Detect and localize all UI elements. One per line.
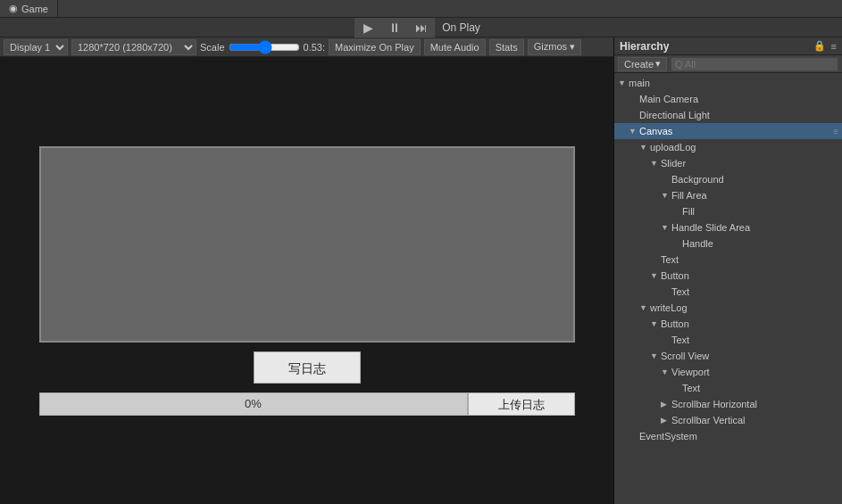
game-screen: [39, 146, 575, 343]
tree-item-label: Canvas: [639, 126, 833, 136]
write-log-button[interactable]: 写日志: [254, 351, 361, 384]
tree-item[interactable]: ▼Canvas≡: [614, 123, 842, 139]
tree-arrow-icon: ▼: [629, 127, 639, 136]
tree-item[interactable]: ▼Scroll View: [614, 348, 842, 364]
tree-item[interactable]: Directional Light: [614, 107, 842, 123]
tree-item[interactable]: Text: [614, 284, 842, 300]
hierarchy-tree: ▼main Main Camera Directional Light▼Canv…: [614, 73, 842, 504]
resolution-select[interactable]: 1280*720 (1280x720): [71, 39, 196, 55]
tree-item[interactable]: Text: [614, 332, 842, 348]
progress-bar: 0%: [39, 392, 468, 416]
tree-item[interactable]: ▼uploadLog: [614, 139, 842, 155]
tree-item-label: Text: [671, 335, 842, 345]
hierarchy-search-input[interactable]: [671, 57, 838, 71]
tree-item-label: Scrollbar Horizontal: [671, 399, 842, 409]
tree-item-label: Text: [661, 254, 842, 265]
tree-item[interactable]: Handle: [614, 235, 842, 252]
tree-item-label: Fill Area: [671, 190, 842, 201]
scale-value: 0.53:: [304, 42, 325, 53]
tree-item[interactable]: Background: [614, 171, 842, 187]
gizmos-arrow-icon: ▾: [570, 41, 575, 52]
tree-item-label: Scrollbar Vertical: [671, 415, 842, 426]
tree-item-label: Text: [682, 383, 842, 393]
game-tab[interactable]: ◉ Game: [0, 0, 58, 17]
create-label: Create: [624, 59, 654, 70]
tree-item-label: Text: [671, 286, 842, 297]
upload-log-button[interactable]: 上传日志: [468, 392, 575, 416]
tree-arrow-icon: ▼: [618, 78, 629, 87]
tree-item-label: EventSystem: [639, 431, 842, 442]
display-select[interactable]: Display 1: [4, 39, 68, 55]
tree-item[interactable]: ▼main: [614, 75, 842, 91]
tree-arrow-icon: ▶: [661, 400, 671, 409]
tree-item[interactable]: ▼Button: [614, 268, 842, 284]
tree-item-label: Fill: [682, 206, 842, 217]
tree-item-more-icon[interactable]: ≡: [833, 127, 838, 136]
hierarchy-panel-header: Hierarchy 🔒 ≡: [614, 37, 842, 55]
step-button[interactable]: ⏭: [408, 18, 435, 37]
tree-item-label: Scroll View: [661, 351, 842, 361]
tree-item[interactable]: ▼Viewport: [614, 364, 842, 380]
stats-button[interactable]: Stats: [489, 39, 524, 55]
tree-arrow-icon: ▼: [639, 303, 650, 312]
tree-item-label: Background: [671, 174, 842, 185]
tree-arrow-icon: ▼: [650, 159, 661, 168]
tree-arrow-icon: ▶: [661, 416, 671, 425]
scale-label: Scale: [200, 42, 225, 53]
hierarchy-title: Hierarchy: [620, 40, 669, 53]
tree-item-label: main: [629, 78, 842, 88]
tree-arrow-icon: ▼: [650, 351, 661, 360]
tree-item[interactable]: EventSystem: [614, 428, 842, 444]
tab-bar: ◉ Game: [0, 0, 842, 18]
tree-item[interactable]: Fill: [614, 203, 842, 219]
hierarchy-toolbar: Create ▾: [614, 55, 842, 73]
tree-arrow-icon: ▼: [650, 319, 661, 328]
on-play-label: On Play: [442, 21, 480, 34]
hierarchy-panel: Hierarchy 🔒 ≡ Create ▾ ▼main Main Camera…: [614, 37, 842, 504]
tree-item-label: Slider: [661, 158, 842, 169]
tree-item-label: Viewport: [671, 367, 842, 377]
mute-audio-button[interactable]: Mute Audio: [424, 39, 486, 55]
unity-top-bar: ▶ ⏸ ⏭ On Play: [0, 18, 842, 37]
tree-arrow-icon: ▼: [639, 143, 650, 152]
create-button[interactable]: Create ▾: [618, 57, 667, 71]
game-viewport: 写日志 0% 上传日志: [0, 57, 613, 504]
maximize-on-play-button[interactable]: Maximize On Play: [329, 39, 421, 55]
write-btn-row: 写日志: [39, 351, 575, 384]
pause-button[interactable]: ⏸: [381, 18, 408, 37]
game-panel: Display 1 1280*720 (1280x720) Scale 0.53…: [0, 37, 614, 504]
tree-item[interactable]: ▼Button: [614, 316, 842, 332]
tree-arrow-icon: ▼: [650, 271, 661, 280]
progress-label: 0%: [40, 397, 467, 410]
tree-item-label: Handle: [682, 238, 842, 249]
play-button[interactable]: ▶: [354, 18, 381, 37]
lock-icon[interactable]: 🔒: [813, 40, 826, 52]
tree-item-label: Main Camera: [639, 94, 842, 104]
tree-arrow-icon: ▼: [661, 368, 671, 376]
tree-item-label: uploadLog: [650, 142, 842, 153]
game-toolbar: Display 1 1280*720 (1280x720) Scale 0.53…: [0, 37, 613, 57]
gizmos-button[interactable]: Gizmos ▾: [528, 39, 581, 55]
progress-row: 0% 上传日志: [39, 392, 575, 416]
tree-item[interactable]: ▼Handle Slide Area: [614, 219, 842, 235]
tree-item-label: Directional Light: [639, 110, 842, 120]
tree-item[interactable]: Main Camera: [614, 91, 842, 107]
tree-item[interactable]: ▼Fill Area: [614, 187, 842, 203]
tree-item[interactable]: ▼Slider: [614, 155, 842, 171]
scale-slider[interactable]: [229, 40, 300, 54]
game-icon: ◉: [9, 3, 18, 14]
tree-item-label: Button: [661, 318, 842, 329]
tree-item-label: Button: [661, 270, 842, 281]
tree-arrow-icon: ▼: [661, 191, 671, 200]
tree-arrow-icon: ▼: [661, 223, 671, 232]
tree-item[interactable]: ▶Scrollbar Horizontal: [614, 396, 842, 412]
tree-item[interactable]: ▼writeLog: [614, 300, 842, 316]
tree-item[interactable]: Text: [614, 252, 842, 268]
tree-item[interactable]: Text: [614, 380, 842, 396]
tree-item[interactable]: ▶Scrollbar Vertical: [614, 412, 842, 428]
more-options-icon[interactable]: ≡: [831, 41, 837, 52]
tree-item-label: writeLog: [650, 302, 842, 313]
tree-item-label: Handle Slide Area: [671, 222, 842, 233]
gizmos-label: Gizmos: [534, 41, 567, 52]
hierarchy-panel-icons: 🔒 ≡: [813, 40, 837, 52]
